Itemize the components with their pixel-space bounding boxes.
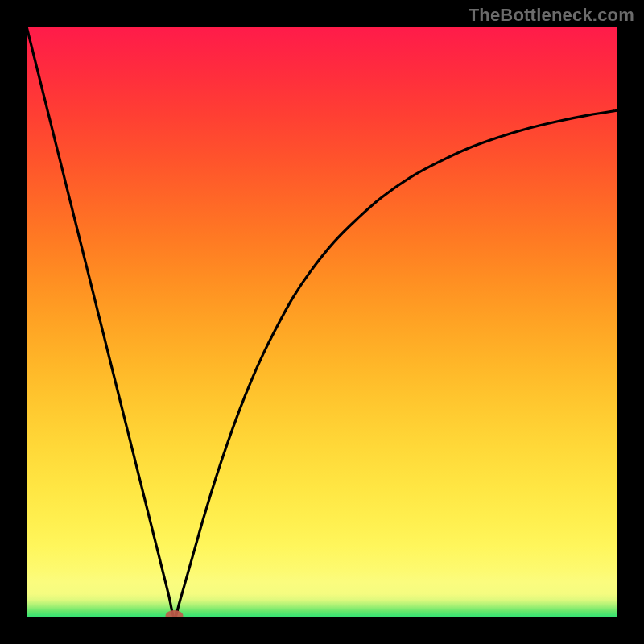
watermark-text: TheBottleneck.com: [469, 5, 634, 26]
minimum-marker: [166, 610, 184, 617]
chart-overlay-svg: [27, 27, 617, 617]
chart-plot-area: [27, 27, 617, 617]
bottleneck-curve: [27, 27, 617, 617]
chart-frame: TheBottleneck.com: [0, 0, 644, 644]
